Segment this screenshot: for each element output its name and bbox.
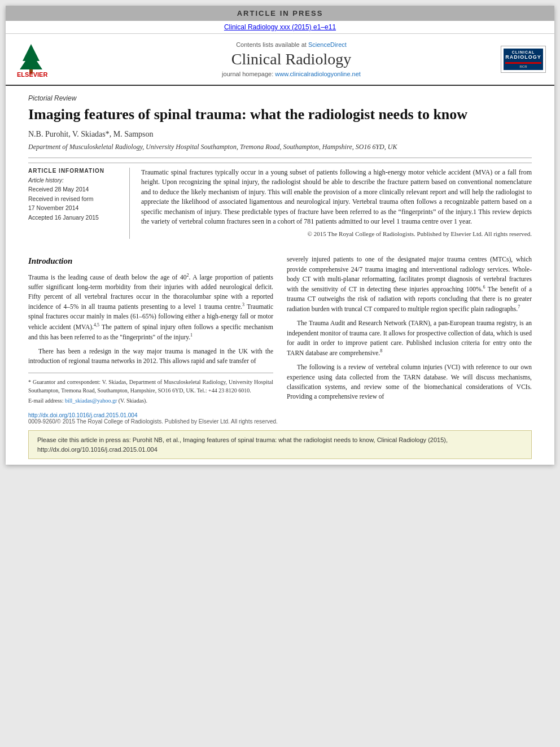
copyright-line: © 2015 The Royal College of Radiologists… (141, 230, 532, 239)
radiology-logo-box: CLINICAL RADIOLOGY RCR (501, 46, 546, 73)
intro-para-2: There has been a redesign in the way maj… (28, 347, 273, 366)
authors-line: N.B. Purohit, V. Skiadas*, M. Sampson (28, 130, 532, 139)
abstract-text: Traumatic spinal fractures typically occ… (141, 168, 532, 226)
right-para-1: severely injured patients to one of the … (287, 255, 532, 314)
article-info-title: ARTICLE INFORMATION (28, 168, 123, 174)
article-info-abstract: ARTICLE INFORMATION Article history: Rec… (28, 163, 532, 239)
revised-date: 17 November 2014 (28, 204, 123, 212)
footnote-email: E-mail address: bill_skiadas@yahoo.gr (V… (28, 396, 273, 405)
body-section: Introduction Trauma is the leading cause… (28, 249, 532, 407)
footnote-1: * Guarantor and correspondent: V. Skiada… (28, 378, 273, 395)
received-date: Received 28 May 2014 (28, 185, 123, 194)
right-para-2: The Trauma Audit and Research Network (T… (287, 318, 532, 358)
main-content: Pictorial Review Imaging features of spi… (6, 86, 554, 465)
body-left-col: Introduction Trauma is the leading cause… (28, 255, 273, 407)
article-type: Pictorial Review (28, 94, 532, 102)
contents-text: Contents lists available at (236, 41, 307, 48)
article-title: Imaging features of spinal trauma: what … (28, 106, 532, 123)
history-label: Article history: (28, 177, 123, 184)
svg-text:ELSEVIER: ELSEVIER (17, 71, 47, 78)
journal-name: Clinical Radiology (88, 50, 495, 68)
right-body-text: severely injured patients to one of the … (287, 255, 532, 401)
left-body-text: Trauma is the leading cause of death bel… (28, 272, 273, 366)
doi-link[interactable]: http://dx.doi.org/10.1016/j.crad.2015.01… (28, 412, 137, 418)
article-info-col: ARTICLE INFORMATION Article history: Rec… (28, 168, 130, 239)
journal-center: Contents lists available at ScienceDirec… (82, 41, 501, 77)
introduction-heading: Introduction (28, 255, 273, 268)
journal-info-link[interactable]: Clinical Radiology xxx (2015) e1–e11 (224, 23, 336, 31)
sciencedirect-link[interactable]: ScienceDirect (308, 41, 347, 48)
homepage-text: journal homepage: (222, 71, 273, 77)
footnotes: * Guarantor and correspondent: V. Skiada… (28, 373, 273, 405)
received-revised-label: Received in revised form (28, 195, 123, 203)
journal-info-bar: Clinical Radiology xxx (2015) e1–e11 (6, 21, 554, 34)
citation-text: Please cite this article in press as: Pu… (37, 436, 448, 453)
page: ARTICLE IN PRESS Clinical Radiology xxx … (6, 6, 554, 465)
journal-header: ELSEVIER Contents lists available at Sci… (6, 34, 554, 86)
article-in-press-banner: ARTICLE IN PRESS (6, 6, 554, 21)
banner-text: ARTICLE IN PRESS (237, 9, 323, 18)
intro-para-1: Trauma is the leading cause of death bel… (28, 272, 273, 342)
accepted-date: Accepted 16 January 2015 (28, 213, 123, 222)
right-para-3: The following is a review of vertebral c… (287, 362, 532, 401)
bottom-info: http://dx.doi.org/10.1016/j.crad.2015.01… (28, 412, 532, 425)
homepage-line: journal homepage: www.clinicalradiologyo… (88, 71, 495, 77)
sciencedirect-line: Contents lists available at ScienceDirec… (88, 41, 495, 48)
authors-text: N.B. Purohit, V. Skiadas*, M. Sampson (28, 130, 154, 138)
divider (28, 158, 532, 158)
issn-text: 0009-9260/© 2015 The Royal College of Ra… (28, 418, 278, 425)
email-link[interactable]: bill_skiadas@yahoo.gr (65, 397, 117, 404)
body-right-col: severely injured patients to one of the … (287, 255, 532, 407)
citation-bar: Please cite this article in press as: Pu… (28, 430, 532, 459)
homepage-link[interactable]: www.clinicalradiologyonline.net (275, 71, 361, 77)
abstract-col: Traumatic spinal fractures typically occ… (141, 168, 532, 239)
elsevier-logo: ELSEVIER (14, 38, 82, 80)
affiliation: Department of Musculoskeletal Radiology,… (28, 142, 532, 152)
radiology-logo-inner: CLINICAL RADIOLOGY RCR (504, 49, 543, 70)
